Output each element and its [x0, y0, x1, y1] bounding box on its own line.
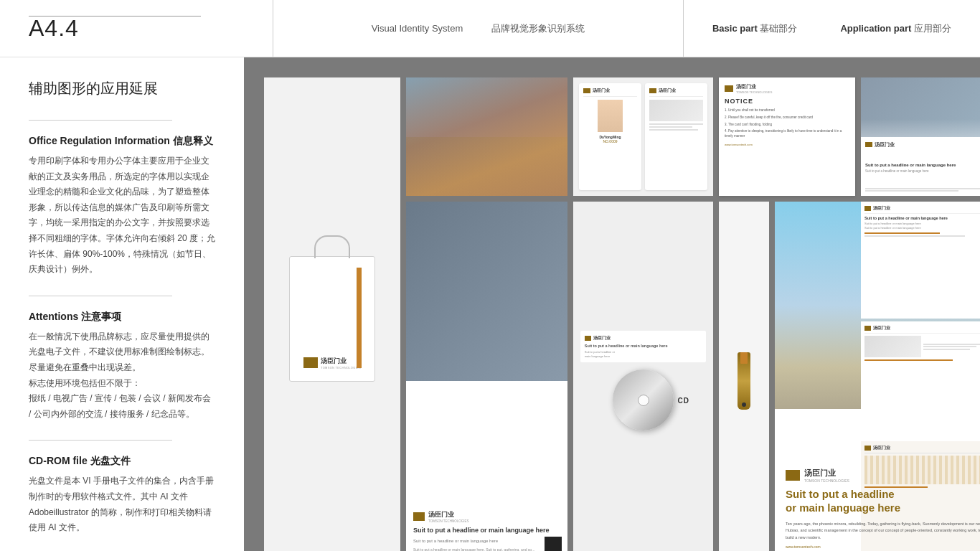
bag-brand-en: TOMSON TECHNOLOGIES [321, 366, 361, 369]
brt-subtext: Suit to put a headline or main language … [865, 169, 980, 174]
id-brand-cn-1: 汤臣门业 [593, 88, 610, 94]
id-cards-area: 汤臣门业 DaYongMing NO.0009 汤臣门业 [573, 77, 713, 196]
showcase: 汤臣门业 TOMSON TECHNOLOGIES [258, 72, 966, 537]
cdrom-body: 光盘文件是本 VI 手册电子文件的集合，内含手册制作时的专用软件格式文件。其中 … [29, 474, 215, 535]
id-card-1: 汤臣门业 DaYongMing NO.0009 [579, 83, 641, 190]
bag-stripe [357, 268, 362, 368]
usb-area [719, 202, 769, 551]
bs-headline: Suit to put a headline or main language … [413, 527, 560, 535]
id-card-2: 汤臣门业 [645, 83, 707, 190]
lp-brand-cn: 汤臣门业 [804, 468, 849, 479]
bag-brand-cn: 汤臣门业 [321, 357, 361, 366]
notice-item-4: 4. Pay attention to sleeping, transition… [725, 129, 849, 139]
notice-title: NOTICE [725, 98, 849, 105]
right-stack-2: 汤臣门业 [861, 321, 980, 438]
cdrom-heading: CD-ROM file 光盘文件 [29, 455, 215, 468]
cd-brochure-card: 汤臣门业 Suit to put a headline or main lang… [580, 331, 707, 363]
bs-logo [413, 512, 425, 521]
header-top-divider [29, 16, 201, 17]
brt-logo [865, 142, 872, 147]
attentions-section: Attentions 注意事项 在一般情况下使用品牌标志，应尽量使用提供的光盘电… [29, 311, 215, 423]
page-number: A4.4 [29, 15, 79, 41]
usb-stick [738, 352, 750, 410]
notice-card: 汤臣门业 TOMSON TECHNOLOGIES NOTICE 1. Until… [719, 77, 855, 196]
shopping-bag-item: 汤臣门业 TOMSON TECHNOLOGIES [264, 77, 400, 551]
rs3-brand-cn: 汤臣门业 [873, 445, 890, 451]
lp-headline: Suit to put a headline or main language … [786, 487, 980, 515]
info-heading: Office Regulation Information 信息释义 [29, 135, 215, 148]
attentions-heading: Attentions 注意事项 [29, 311, 215, 324]
id-card-number: NO.0009 [583, 139, 637, 143]
cd-area: 汤臣门业 Suit to put a headline or main lang… [573, 202, 713, 551]
nav-application[interactable]: Application part 应用部分 [840, 22, 951, 35]
attentions-body: 在一般情况下使用品牌标志，应尽量使用提供的光盘电子文件，不建议使用标准制图绘制标… [29, 329, 215, 423]
section-divider-2 [29, 296, 172, 296]
notice-brand-cn: 汤臣门业 [736, 83, 772, 90]
id-lines [649, 123, 703, 131]
cdrom-section: CD-ROM file 光盘文件 光盘文件是本 VI 手册电子文件的集合，内含手… [29, 455, 215, 535]
lp-logo [786, 470, 800, 481]
cd-label: CD [678, 396, 689, 404]
brt-headline: Suit to put a headline or main language … [865, 162, 980, 168]
left-panel: 辅助图形的应用延展 Office Regulation Information … [0, 57, 244, 551]
vis-label-en: Visual Identity System [372, 23, 463, 34]
id-logo-1 [583, 88, 590, 93]
info-section: Office Regulation Information 信息释义 专用印刷字… [29, 135, 215, 278]
brochure-right-top: 汤臣门业 Suit to put a headline or main lang… [861, 77, 980, 196]
header-left: A4.4 [29, 15, 273, 42]
section-main-title: 辅助图形的应用延展 [29, 79, 215, 98]
brochure-small: 汤臣门业 TOMSON TECHNOLOGIES Suit to put a h… [406, 202, 567, 551]
right-stack-1: 汤臣门业 Suit to put a headline or main lang… [861, 202, 980, 319]
id-logo-2 [649, 88, 656, 93]
id-brand-cn-2: 汤臣门业 [659, 88, 676, 94]
vis-label-cn: 品牌视觉形象识别系统 [491, 22, 585, 35]
lp-body: Ten years ago, the phoenix minora, rebui… [786, 521, 980, 541]
rs1-brand-cn: 汤臣门业 [873, 205, 890, 212]
lp-url: www.tomsontech.com [786, 545, 980, 549]
info-body: 专用印刷字体和专用办公字体主要应用于企业文献的正文及实务用品，所选定的字体用以实… [29, 154, 215, 278]
bag-logo-icon [303, 357, 318, 368]
notice-website: www.tomsontech.com [725, 143, 849, 146]
notice-item-3: 3. The card can't flooding, folding [725, 123, 849, 128]
bs-brand-en: TOMSON TECHNOLOGIES [428, 519, 469, 523]
bs-sub: Suit to put a headline or main language … [413, 538, 560, 544]
main-content: 辅助图形的应用延展 Office Regulation Information … [0, 57, 980, 551]
bs-brand-cn: 汤臣门业 [428, 510, 469, 519]
photo-brick [406, 77, 567, 196]
section-divider-1 [29, 120, 172, 121]
nav-basic[interactable]: Basic part 基础部分 [712, 22, 798, 35]
cd-card-brand: 汤臣门业 [593, 335, 611, 342]
notice-item-1: 1. Until you shall not be transferred [725, 108, 849, 113]
bs-qr [545, 537, 562, 551]
header: A4.4 Visual Identity System 品牌视觉形象识别系统 B… [0, 0, 980, 57]
cd-disc: CD [613, 369, 674, 430]
header-right: Basic part 基础部分 Application part 应用部分 [684, 22, 951, 35]
bag-handle [314, 235, 350, 258]
id-photo-1 [598, 100, 623, 132]
section-divider-3 [29, 440, 172, 441]
lp-brand-en: TOMSON TECHNOLOGIES [804, 479, 849, 483]
notice-item-2: 2. Please! Be careful, keep it off the f… [725, 116, 849, 121]
brt-brand-cn: 汤臣门业 [875, 141, 895, 149]
header-center: Visual Identity System 品牌视觉形象识别系统 [273, 0, 684, 57]
rs2-brand-cn: 汤臣门业 [873, 325, 890, 331]
notice-logo [725, 85, 733, 92]
right-panel: 汤臣门业 TOMSON TECHNOLOGIES [244, 57, 980, 551]
notice-brand-en: TOMSON TECHNOLOGIES [736, 90, 772, 94]
